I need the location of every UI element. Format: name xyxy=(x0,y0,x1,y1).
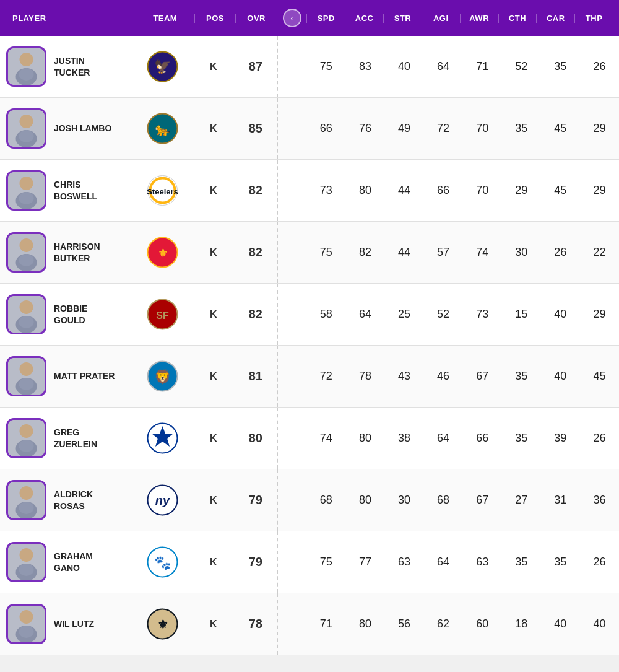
team-logo: 🐾 xyxy=(145,545,180,579)
svg-point-22 xyxy=(19,254,34,266)
svg-point-20 xyxy=(20,238,33,252)
player-cell: GRAHAMGANO xyxy=(0,542,132,582)
cth-cell: 18 xyxy=(502,617,541,631)
cth-cell: 35 xyxy=(502,432,541,445)
team-cell: 🦅 xyxy=(132,50,193,84)
table-row[interactable]: GRAHAMGANO 🐾 K 79 75 77 63 64 63 35 35 2… xyxy=(0,531,619,593)
svg-text:SF: SF xyxy=(156,310,169,321)
table-row[interactable]: ALDRICKROSAS ny K 79 68 80 30 68 67 27 3… xyxy=(0,469,619,531)
agi-cell: 64 xyxy=(424,432,463,445)
ovr-cell: 81 xyxy=(235,369,277,383)
team-cell: ny xyxy=(132,483,193,517)
ovr-cell: 80 xyxy=(235,431,277,445)
svg-point-56 xyxy=(20,610,33,624)
thp-cell: 26 xyxy=(580,60,619,73)
svg-text:🦅: 🦅 xyxy=(154,58,171,75)
player-cell: HARRISONBUTKER xyxy=(0,232,132,273)
team-logo: ⚜ xyxy=(145,235,180,269)
col-pos-header: POS xyxy=(195,14,236,23)
table-row[interactable]: CHRISBOSWELL Steelers K 82 73 80 44 66 7… xyxy=(0,160,619,222)
player-name: ROBBIEGOULD xyxy=(54,303,87,325)
table-row[interactable]: ROBBIEGOULD SF K 82 58 64 25 52 73 15 40… xyxy=(0,284,619,346)
team-cell: 🦁 xyxy=(132,359,193,393)
cth-cell: 15 xyxy=(502,308,541,321)
ovr-cell: 85 xyxy=(235,121,277,136)
thp-cell: 26 xyxy=(580,556,619,569)
player-cell: WIL LUTZ xyxy=(0,604,132,644)
str-cell: 44 xyxy=(384,184,423,197)
position-cell: K xyxy=(193,247,235,258)
spd-cell: 74 xyxy=(306,432,345,445)
team-cell: 🐾 xyxy=(132,545,193,579)
agi-cell: 66 xyxy=(424,184,463,197)
svg-point-28 xyxy=(19,316,34,328)
spd-cell: 71 xyxy=(306,617,345,631)
player-cell: JUSTINTUCKER xyxy=(0,46,132,87)
acc-cell: 76 xyxy=(345,122,384,135)
player-name: GREGZUERLEIN xyxy=(54,427,97,449)
car-cell: 40 xyxy=(541,617,580,631)
agi-cell: 68 xyxy=(424,494,463,507)
avatar xyxy=(6,418,46,458)
acc-cell: 80 xyxy=(345,432,384,445)
table-row[interactable]: WIL LUTZ ⚜ K 78 71 80 56 62 60 18 40 40 xyxy=(0,593,619,655)
acc-cell: 83 xyxy=(345,60,384,73)
str-cell: 38 xyxy=(384,432,423,445)
avatar xyxy=(6,294,46,334)
avatar xyxy=(6,108,46,149)
row-divider xyxy=(277,284,307,345)
collapse-button[interactable]: ‹ xyxy=(283,9,301,27)
svg-point-34 xyxy=(19,378,34,390)
svg-point-46 xyxy=(19,502,34,514)
cth-cell: 27 xyxy=(502,494,541,507)
row-divider xyxy=(277,469,307,531)
thp-cell: 45 xyxy=(580,370,619,383)
avatar xyxy=(6,46,46,87)
avatar xyxy=(6,480,46,520)
divider-button-col: ‹ xyxy=(277,9,307,27)
svg-point-9 xyxy=(19,130,34,142)
svg-text:ny: ny xyxy=(155,494,170,507)
str-cell: 30 xyxy=(384,494,423,507)
team-logo: 🦁 xyxy=(145,359,180,393)
car-cell: 40 xyxy=(541,370,580,383)
car-cell: 35 xyxy=(541,60,580,73)
car-cell: 31 xyxy=(541,494,580,507)
agi-cell: 52 xyxy=(424,308,463,321)
agi-cell: 72 xyxy=(424,122,463,135)
spd-cell: 68 xyxy=(306,494,345,507)
table-row[interactable]: GREGZUERLEIN K 80 74 80 38 64 66 35 39 2… xyxy=(0,408,619,469)
col-awr-header: AWR xyxy=(460,14,498,23)
ovr-cell: 82 xyxy=(235,245,277,260)
acc-cell: 82 xyxy=(345,246,384,259)
cth-cell: 29 xyxy=(502,184,541,197)
awr-cell: 63 xyxy=(463,556,502,569)
col-str-header: STR xyxy=(383,14,422,23)
table-row[interactable]: JUSTINTUCKER 🦅 K 87 75 83 40 64 71 52 35… xyxy=(0,36,619,98)
agi-cell: 64 xyxy=(424,60,463,73)
player-cell: ROBBIEGOULD xyxy=(0,294,132,334)
team-cell: SF xyxy=(132,297,193,331)
ovr-cell: 79 xyxy=(235,493,277,507)
car-cell: 45 xyxy=(541,184,580,197)
awr-cell: 70 xyxy=(463,122,502,135)
svg-point-32 xyxy=(20,362,33,376)
position-cell: K xyxy=(193,557,235,568)
player-name: JUSTINTUCKER xyxy=(54,55,90,77)
str-cell: 63 xyxy=(384,556,423,569)
svg-point-13 xyxy=(20,177,33,190)
acc-cell: 80 xyxy=(345,617,384,631)
table-row[interactable]: JOSH LAMBO 🐆 K 85 66 76 49 72 70 35 45 2… xyxy=(0,98,619,160)
row-divider xyxy=(277,408,307,469)
table-row[interactable]: MATT PRATER 🦁 K 81 72 78 43 46 67 35 40 … xyxy=(0,346,619,408)
player-name: ALDRICKROSAS xyxy=(54,489,93,511)
table-row[interactable]: HARRISONBUTKER ⚜ K 82 75 82 44 57 74 30 … xyxy=(0,222,619,284)
spd-cell: 58 xyxy=(306,308,345,321)
row-divider xyxy=(277,593,307,655)
team-cell: ⚜ xyxy=(132,607,193,641)
ovr-cell: 82 xyxy=(235,183,277,198)
team-logo: Steelers xyxy=(145,173,180,207)
spd-cell: 75 xyxy=(306,556,345,569)
cth-cell: 35 xyxy=(502,122,541,135)
avatar xyxy=(6,232,46,273)
